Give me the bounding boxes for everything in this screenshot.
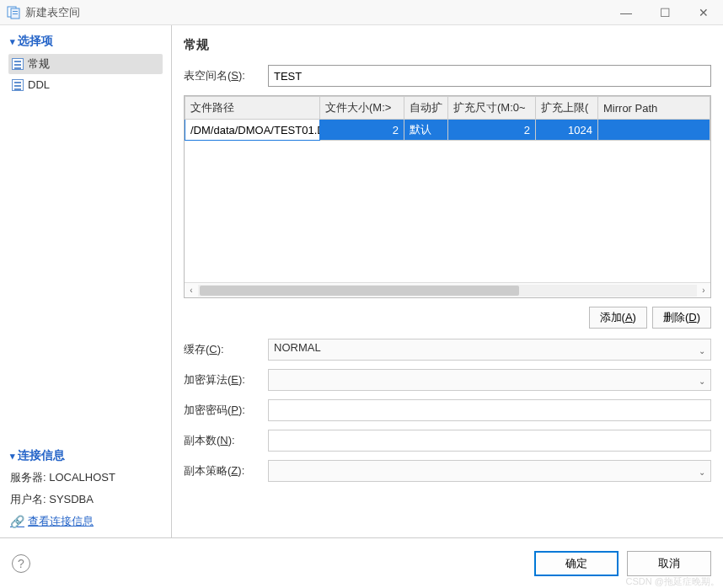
cell-auto[interactable]: 默认 bbox=[404, 120, 448, 141]
conn-section-header[interactable]: 连接信息 bbox=[8, 445, 163, 467]
col-size[interactable]: 文件大小(M:> bbox=[320, 97, 404, 120]
grid-h-scrollbar[interactable]: ‹ › bbox=[185, 282, 710, 297]
copies-input[interactable] bbox=[268, 430, 711, 452]
cell-extsize[interactable]: 2 bbox=[448, 120, 536, 141]
sidebar-item-label: 常规 bbox=[28, 56, 50, 72]
view-connection-link[interactable]: 🔗 查看连接信息 bbox=[8, 510, 163, 532]
add-button[interactable]: 添加(A) bbox=[589, 307, 647, 329]
view-connection-text: 查看连接信息 bbox=[28, 514, 94, 529]
sidebar-item-general[interactable]: 常规 bbox=[8, 54, 163, 74]
scroll-thumb[interactable] bbox=[200, 286, 519, 296]
chevron-down-icon: ⌄ bbox=[699, 346, 705, 355]
cell-size[interactable]: 2 bbox=[320, 120, 404, 141]
copies-label: 副本数(N): bbox=[184, 433, 268, 448]
col-extlimit[interactable]: 扩充上限( bbox=[536, 97, 598, 120]
col-auto[interactable]: 自动扩 bbox=[404, 97, 448, 120]
dialog-footer: ? 确定 取消 bbox=[0, 537, 723, 588]
app-icon bbox=[7, 6, 20, 19]
copy-policy-label: 副本策略(Z): bbox=[184, 463, 268, 478]
delete-button[interactable]: 删除(D) bbox=[652, 307, 711, 329]
scroll-left-icon[interactable]: ‹ bbox=[185, 286, 198, 295]
enc-algo-select[interactable]: ⌄ bbox=[268, 369, 711, 391]
grid-header-row: 文件路径 文件大小(M:> 自动扩 扩充尺寸(M:0~ 扩充上限( Mirror… bbox=[185, 97, 710, 120]
chevron-down-icon: ⌄ bbox=[699, 377, 705, 386]
cell-extlimit[interactable]: 1024 bbox=[536, 120, 598, 141]
enc-algo-label: 加密算法(E): bbox=[184, 372, 268, 388]
chevron-down-icon: ⌄ bbox=[699, 468, 705, 477]
ok-button[interactable]: 确定 bbox=[534, 551, 619, 576]
col-mirror[interactable]: Mirror Path bbox=[598, 97, 710, 120]
cache-label: 缓存(C): bbox=[184, 342, 268, 357]
grid-empty-area[interactable] bbox=[185, 141, 710, 282]
sidebar-item-ddl[interactable]: DDL bbox=[8, 76, 163, 94]
scroll-right-icon[interactable]: › bbox=[697, 286, 710, 295]
tablespace-name-label: 表空间名(S): bbox=[184, 68, 268, 83]
sidebar-item-label: DDL bbox=[28, 78, 50, 91]
user-label: 用户名: SYSDBA bbox=[8, 489, 163, 510]
scroll-track[interactable] bbox=[198, 285, 697, 297]
close-button[interactable]: ✕ bbox=[684, 0, 723, 25]
link-icon: 🔗 bbox=[10, 515, 24, 528]
titlebar: 新建表空间 — ☐ ✕ bbox=[0, 0, 723, 25]
cell-mirror[interactable] bbox=[598, 120, 710, 141]
col-path[interactable]: 文件路径 bbox=[185, 97, 320, 120]
sidebar: 选择项 常规 DDL 连接信息 服务器: LOCALHOST 用户名: SYSD… bbox=[0, 25, 172, 537]
window-title: 新建表空间 bbox=[25, 5, 607, 20]
tablespace-name-input[interactable] bbox=[268, 65, 711, 87]
cancel-button[interactable]: 取消 bbox=[627, 551, 711, 576]
svg-rect-3 bbox=[13, 13, 18, 14]
help-button[interactable]: ? bbox=[12, 554, 30, 573]
enc-pwd-label: 加密密码(P): bbox=[184, 403, 268, 418]
server-label: 服务器: LOCALHOST bbox=[8, 467, 163, 489]
copy-policy-select[interactable]: ⌄ bbox=[268, 460, 711, 482]
main-panel: 常规 表空间名(S): 文件路径 文件大小(M:> 自动扩 扩充尺寸(M:0~ … bbox=[172, 25, 723, 537]
maximize-button[interactable]: ☐ bbox=[645, 0, 684, 25]
minimize-button[interactable]: — bbox=[607, 0, 645, 25]
cache-select[interactable]: NORMAL⌄ bbox=[268, 339, 711, 361]
page-title: 常规 bbox=[184, 34, 711, 65]
cell-path[interactable]: /DM/data/DMOA/TEST01.DBF bbox=[185, 120, 320, 141]
page-icon bbox=[12, 58, 24, 70]
col-extsize[interactable]: 扩充尺寸(M:0~ bbox=[448, 97, 536, 120]
select-section-header[interactable]: 选择项 bbox=[8, 30, 163, 52]
enc-pwd-input[interactable] bbox=[268, 399, 711, 421]
table-row[interactable]: /DM/data/DMOA/TEST01.DBF 2 默认 2 1024 bbox=[185, 120, 710, 141]
svg-rect-2 bbox=[13, 11, 18, 12]
page-icon bbox=[12, 79, 24, 91]
watermark: CSDN @拖延症晚期。 bbox=[626, 575, 720, 588]
file-grid[interactable]: 文件路径 文件大小(M:> 自动扩 扩充尺寸(M:0~ 扩充上限( Mirror… bbox=[184, 95, 711, 298]
